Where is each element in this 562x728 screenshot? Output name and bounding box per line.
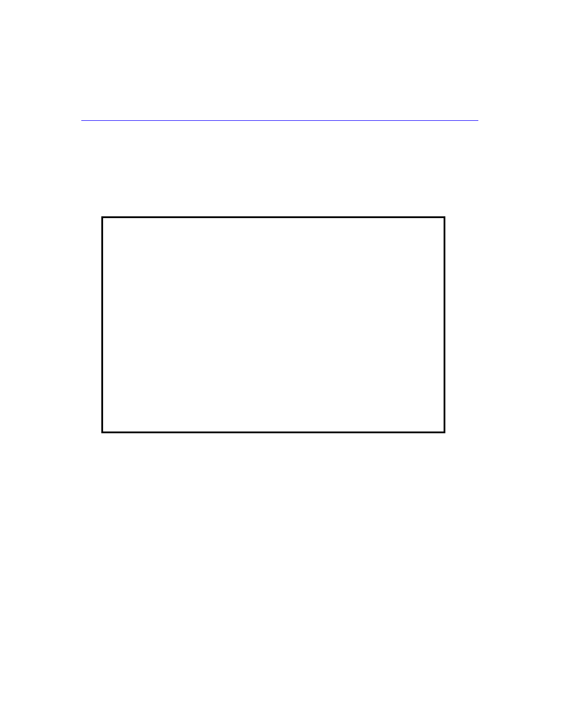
content-frame bbox=[101, 216, 445, 433]
horizontal-divider bbox=[81, 120, 478, 121]
